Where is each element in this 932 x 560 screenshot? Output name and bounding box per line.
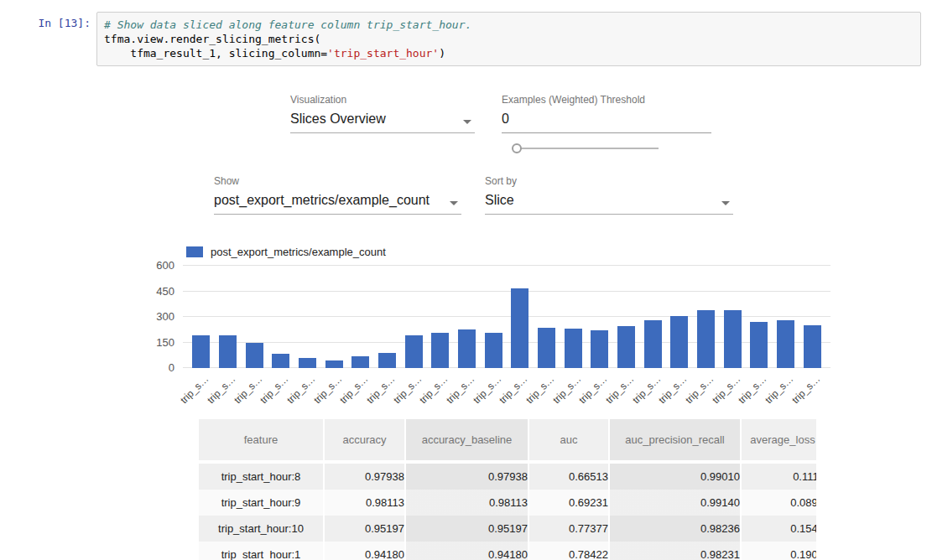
cell-prompt: In [13]: xyxy=(0,12,91,66)
visualization-label: Visualization xyxy=(290,94,475,106)
metrics-table: featureaccuracyaccuracy_baselineaucauc_p… xyxy=(199,419,816,560)
metric-cell: 0.97938 xyxy=(325,464,406,490)
bar-19[interactable] xyxy=(697,310,715,368)
column-header-accuracy_baseline: accuracy_baseline xyxy=(406,419,529,464)
metric-cell: 0.94180 xyxy=(325,542,406,560)
table-row[interactable]: trip_start_hour:100.951970.951970.773770… xyxy=(199,516,816,542)
bar-8[interactable] xyxy=(405,335,423,368)
show-label: Show xyxy=(214,175,461,187)
show-value: post_export_metrics/example_count xyxy=(214,193,430,207)
code-editor[interactable]: # Show data sliced along feature column … xyxy=(96,12,921,66)
bar-18[interactable] xyxy=(670,316,688,368)
bar-5[interactable] xyxy=(325,360,343,368)
visualization-dropdown[interactable]: Visualization Slices Overview xyxy=(290,94,475,133)
metric-cell: 0.78422 xyxy=(529,542,610,560)
metric-cell: 0.95197 xyxy=(406,516,529,542)
table-row[interactable]: trip_start_hour:10.941800.941800.784220.… xyxy=(199,542,816,560)
bar-12[interactable] xyxy=(511,288,528,368)
bar-17[interactable] xyxy=(644,320,662,368)
metric-cell: 0.1541 xyxy=(742,516,816,542)
table-row[interactable]: trip_start_hour:90.981130.981130.692310.… xyxy=(199,490,816,516)
feature-cell: trip_start_hour:1 xyxy=(199,542,325,560)
bar-10[interactable] xyxy=(458,329,476,368)
metric-cell: 0.1901 xyxy=(742,542,816,560)
bar-20[interactable] xyxy=(724,310,742,368)
feature-cell: trip_start_hour:9 xyxy=(199,490,325,516)
y-axis-tick-label: 600 xyxy=(141,259,174,272)
feature-cell: trip_start_hour:10 xyxy=(199,516,325,542)
metric-cell: 0.98113 xyxy=(406,490,529,516)
metric-cell: 0.98236 xyxy=(610,516,742,542)
table-header-row: featureaccuracyaccuracy_baselineaucauc_p… xyxy=(199,419,816,464)
metric-cell: 0.99140 xyxy=(610,490,742,516)
metric-cell: 0.99010 xyxy=(610,464,742,490)
threshold-slider[interactable] xyxy=(512,143,659,153)
threshold-label: Examples (Weighted) Threshold xyxy=(502,94,711,106)
metric-cell: 0.98231 xyxy=(610,542,742,560)
bar-11[interactable] xyxy=(485,333,502,368)
show-metric-dropdown[interactable]: Show post_export_metrics/example_count xyxy=(214,175,461,215)
bar-21[interactable] xyxy=(750,322,768,368)
jupyter-cell: In [13]: # Show data sliced along featur… xyxy=(0,12,921,66)
gridline xyxy=(183,265,830,266)
bar-14[interactable] xyxy=(565,329,582,368)
feature-cell: trip_start_hour:8 xyxy=(199,464,325,490)
bar-16[interactable] xyxy=(617,326,635,368)
legend-label: post_export_metrics/example_count xyxy=(211,246,386,258)
visualization-value: Slices Overview xyxy=(290,111,386,126)
chevron-down-icon xyxy=(463,120,471,124)
y-axis-tick-label: 150 xyxy=(141,336,174,350)
code-line-3-close: ) xyxy=(439,47,445,60)
metric-cell: 0.66513 xyxy=(529,464,610,490)
metric-cell: 0.69231 xyxy=(529,490,610,516)
metrics-table-container: featureaccuracyaccuracy_baselineaucauc_p… xyxy=(199,419,816,560)
bar-4[interactable] xyxy=(299,358,316,368)
bar-9[interactable] xyxy=(431,333,449,368)
code-content: # Show data sliced along feature column … xyxy=(104,18,914,60)
bar-3[interactable] xyxy=(272,354,289,368)
metric-cell: 0.0892 xyxy=(742,490,816,516)
bar-15[interactable] xyxy=(591,330,608,368)
slider-handle[interactable] xyxy=(512,143,522,153)
sort-by-dropdown[interactable]: Sort by Slice xyxy=(485,175,733,215)
column-header-auc: auc xyxy=(529,419,610,464)
bar-1[interactable] xyxy=(219,335,237,368)
code-string: 'trip_start_hour' xyxy=(327,47,439,60)
metric-cell: 0.97938 xyxy=(406,464,529,490)
table-row[interactable]: trip_start_hour:80.979380.979380.665130.… xyxy=(199,464,816,490)
column-header-average_loss: average_loss xyxy=(742,419,816,464)
code-comment: # Show data sliced along feature column … xyxy=(104,18,471,31)
bar-23[interactable] xyxy=(804,325,821,368)
chevron-down-icon xyxy=(721,201,730,205)
chevron-down-icon xyxy=(450,201,458,205)
chart-plot: 0150300450600trip_s…trip_s…trip_s…trip_s… xyxy=(183,266,830,368)
metric-cell: 0.95197 xyxy=(325,516,406,542)
column-header-accuracy: accuracy xyxy=(325,419,406,464)
bar-0[interactable] xyxy=(192,335,210,368)
code-line-2: tfma.view.render_slicing_metrics( xyxy=(104,33,320,45)
bar-2[interactable] xyxy=(246,343,263,369)
sort-by-value: Slice xyxy=(485,193,514,207)
column-header-auc_precision_recall: auc_precision_recall xyxy=(610,419,742,464)
code-line-3: tfma_result_1, slicing_column= xyxy=(104,47,327,60)
bar-22[interactable] xyxy=(777,320,794,368)
gridline xyxy=(183,291,830,292)
slider-track[interactable] xyxy=(517,148,659,149)
chart-legend: post_export_metrics/example_count xyxy=(186,246,386,258)
metric-cell: 0.77377 xyxy=(529,516,610,542)
bar-6[interactable] xyxy=(351,356,369,368)
metric-cell: 0.1111 xyxy=(742,464,816,490)
threshold-control: Examples (Weighted) Threshold xyxy=(502,94,711,133)
sort-by-label: Sort by xyxy=(485,175,733,187)
metric-cell: 0.94180 xyxy=(406,542,529,560)
threshold-input[interactable] xyxy=(502,111,711,133)
column-header-feature: feature xyxy=(199,419,325,464)
bar-13[interactable] xyxy=(538,328,555,368)
y-axis-tick-label: 450 xyxy=(141,285,174,298)
bar-7[interactable] xyxy=(378,353,396,368)
metric-cell: 0.98113 xyxy=(325,490,406,516)
notebook-page: In [13]: # Show data sliced along featur… xyxy=(0,0,932,560)
y-axis-tick-label: 300 xyxy=(141,310,174,324)
legend-swatch xyxy=(186,246,203,257)
y-axis-tick-label: 0 xyxy=(141,361,174,375)
